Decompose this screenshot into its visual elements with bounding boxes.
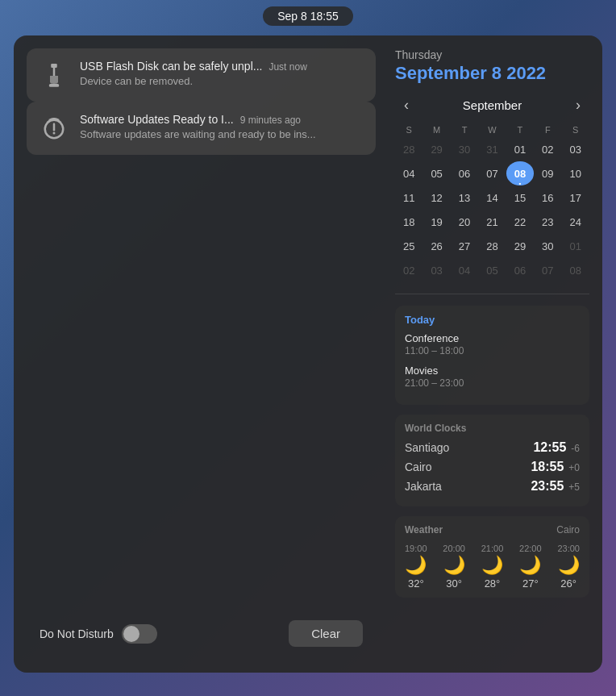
notif-time-updates: 9 minutes ago (240, 115, 301, 126)
calendar-day-cell[interactable]: 12 (422, 185, 450, 210)
dnd-toggle[interactable] (122, 624, 157, 644)
calendar-day-cell[interactable]: 14 (478, 185, 506, 210)
calendar-day-cell[interactable]: 21 (478, 210, 506, 234)
calendar-day-cell[interactable]: 25 (395, 234, 422, 258)
event-item-0[interactable]: Conference 11:00 – 18:00 (405, 332, 580, 356)
main-panel: USB Flash Disk can be safely unpl... Jus… (14, 35, 602, 673)
notif-body-usb: Device can be removed. (80, 75, 363, 87)
clock-offset-0: -6 (571, 443, 580, 454)
calendar-day-cell[interactable]: 05 (422, 161, 450, 185)
calendar-day-cell[interactable]: 16 (534, 185, 561, 210)
calendar-nav: ‹ September › (395, 94, 589, 116)
calendar-day-cell: 08 (562, 258, 589, 282)
svg-rect-0 (51, 64, 57, 68)
clock-row-2: Jakarta 23:55 +5 (405, 479, 580, 494)
do-not-disturb-row: Do Not Disturb (40, 624, 157, 644)
weather-widget: Weather Cairo 19:00 🌙 32° 20:00 🌙 30° 21… (395, 516, 589, 598)
weather-hours: 19:00 🌙 32° 20:00 🌙 30° 21:00 🌙 28° 22:0… (405, 544, 580, 590)
svg-rect-1 (53, 68, 56, 76)
calendar-day-cell[interactable]: 01 (506, 137, 534, 161)
clock-time-0: 12:55 (533, 440, 566, 455)
weather-temp-2: 28° (485, 577, 501, 590)
event-name-1: Movies (405, 365, 580, 377)
calendar-day-cell[interactable]: 07 (478, 161, 506, 185)
calendar-day-cell[interactable]: 02 (534, 137, 561, 161)
event-time-1: 21:00 – 23:00 (405, 377, 580, 389)
calendar-day-cell[interactable]: 18 (395, 210, 422, 234)
calendar-week-row: 28293031010203 (395, 137, 589, 161)
calendar-day-cell: 31 (478, 137, 506, 161)
calendar-day-cell: 03 (422, 258, 450, 282)
calendar-week-row: 18192021222324 (395, 210, 589, 234)
calendar-day-cell: 06 (506, 258, 534, 282)
weather-icon-2: 🌙 (481, 556, 503, 574)
next-month-button[interactable]: › (567, 94, 589, 116)
notif-icon-usb (40, 61, 69, 90)
weather-hour-1: 20:00 🌙 30° (443, 544, 465, 590)
weather-hour-4: 23:00 🌙 26° (557, 544, 580, 590)
calendar-day-cell: 05 (478, 258, 506, 282)
dnd-toggle-knob (123, 626, 139, 642)
calendar-day-cell[interactable]: 06 (451, 161, 478, 185)
weather-hour-time-1: 20:00 (443, 544, 465, 553)
calendar-day-header: M (422, 123, 450, 137)
calendar-day-cell[interactable]: 27 (451, 234, 478, 258)
calendar-day-cell[interactable]: 04 (395, 161, 422, 185)
weather-hour-3: 22:00 🌙 27° (519, 544, 542, 590)
calendar-day-cell[interactable]: 10 (562, 161, 589, 185)
clock-city-1: Cairo (405, 461, 431, 473)
event-name-0: Conference (405, 332, 580, 344)
clear-button[interactable]: Clear (289, 620, 363, 647)
weather-hour-time-4: 23:00 (557, 544, 580, 553)
calendar-day-cell: 04 (451, 258, 478, 282)
world-clocks-title: World Clocks (405, 423, 580, 434)
clock-time-1: 18:55 (531, 460, 564, 474)
right-panel: Thursday September 8 2022 ‹ September › … (389, 35, 602, 673)
bottom-bar: Do Not Disturb Clear (27, 265, 376, 660)
svg-rect-2 (49, 84, 60, 87)
weather-icon-0: 🌙 (405, 556, 427, 574)
weather-location: Cairo (556, 524, 580, 536)
weather-hour-time-2: 21:00 (481, 544, 504, 553)
calendar-day-cell[interactable]: 29 (506, 234, 534, 258)
calendar-day-cell[interactable]: 08 (506, 161, 534, 185)
notif-header-usb: USB Flash Disk can be safely unpl... Jus… (80, 60, 363, 73)
event-time-0: 11:00 – 18:00 (405, 345, 580, 356)
notification-card-updates[interactable]: Software Updates Ready to I... 9 minutes… (27, 102, 376, 155)
clock-row-0: Santiago 12:55 -6 (405, 440, 580, 455)
clock-city-0: Santiago (405, 441, 449, 454)
event-item-1[interactable]: Movies 21:00 – 23:00 (405, 365, 580, 389)
calendar-day-cell[interactable]: 22 (506, 210, 534, 234)
calendar-day-cell[interactable]: 03 (562, 137, 589, 161)
calendar-day-cell[interactable]: 09 (534, 161, 561, 185)
notification-card-usb[interactable]: USB Flash Disk can be safely unpl... Jus… (27, 48, 376, 102)
prev-month-button[interactable]: ‹ (395, 94, 418, 116)
calendar-day-cell[interactable]: 26 (422, 234, 450, 258)
calendar-day-cell[interactable]: 30 (534, 234, 561, 258)
weather-icon-1: 🌙 (443, 556, 465, 574)
notif-title-usb: USB Flash Disk can be safely unpl... (80, 60, 262, 73)
calendar-day-cell[interactable]: 15 (506, 185, 534, 210)
top-bar: Sep 8 18:55 (0, 0, 616, 32)
calendar-day-cell[interactable]: 19 (422, 210, 450, 234)
clock-time-2: 23:55 (531, 479, 564, 494)
calendar-headers-row: SMTWTFS (395, 123, 589, 137)
notif-content-updates: Software Updates Ready to I... 9 minutes… (80, 113, 363, 140)
notif-title-updates: Software Updates Ready to I... (80, 113, 234, 126)
clock-offset-2: +5 (568, 481, 580, 493)
calendar-day-cell: 01 (562, 234, 589, 258)
calendar-week-row: 25262728293001 (395, 234, 589, 258)
full-date: September 8 2022 (395, 63, 589, 84)
calendar-day-cell[interactable]: 17 (562, 185, 589, 210)
calendar-day-cell[interactable]: 24 (562, 210, 589, 234)
calendar-day-cell[interactable]: 20 (451, 210, 478, 234)
weather-hour-0: 19:00 🌙 32° (405, 544, 427, 590)
calendar-day-cell[interactable]: 23 (534, 210, 561, 234)
calendar-day-header: F (534, 123, 561, 137)
calendar-day-cell[interactable]: 28 (478, 234, 506, 258)
calendar-day-cell[interactable]: 13 (451, 185, 478, 210)
day-of-week: Thursday (395, 48, 589, 61)
calendar-day-cell[interactable]: 11 (395, 185, 422, 210)
calendar-month-label: September (463, 98, 522, 112)
world-clocks-widget: World Clocks Santiago 12:55 -6 Cairo 18:… (395, 415, 589, 506)
